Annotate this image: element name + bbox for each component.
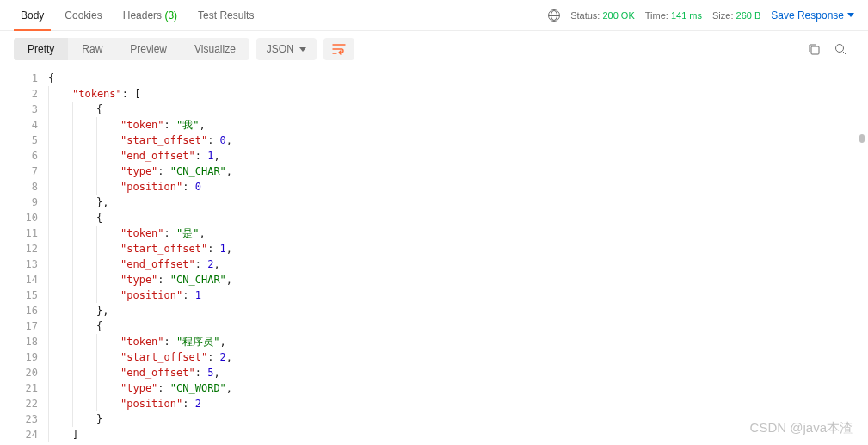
view-tab-visualize[interactable]: Visualize — [181, 38, 249, 60]
search-icon — [834, 43, 847, 56]
svg-line-2 — [843, 52, 846, 55]
status-value: 200 OK — [602, 10, 634, 21]
copy-icon — [808, 43, 821, 56]
line-number-gutter: 123456789101112131415161718192021222324 — [0, 67, 48, 437]
format-dropdown-label: JSON — [267, 43, 294, 55]
status-bar: Status: 200 OK Time: 141 ms Size: 260 B — [570, 10, 760, 21]
scrollbar-thumb[interactable] — [859, 134, 865, 143]
tab-headers[interactable]: Headers (3) — [116, 0, 184, 31]
wrap-lines-button[interactable] — [323, 38, 354, 60]
save-response-button[interactable]: Save Response — [771, 9, 854, 22]
response-body-editor[interactable]: 123456789101112131415161718192021222324 … — [0, 67, 868, 437]
response-tabs: Body Cookies Headers (3) Test Results St… — [0, 0, 868, 31]
svg-rect-0 — [811, 46, 819, 54]
tab-body[interactable]: Body — [14, 0, 51, 31]
size-value: 260 B — [736, 10, 761, 21]
time-label: Time: — [645, 10, 668, 21]
globe-icon[interactable] — [548, 9, 560, 22]
response-toolbar: Pretty Raw Preview Visualize JSON — [0, 31, 868, 67]
view-mode-tabs: Pretty Raw Preview Visualize — [14, 38, 249, 60]
format-dropdown[interactable]: JSON — [256, 38, 317, 60]
time-value: 141 ms — [671, 10, 702, 21]
chevron-down-icon — [847, 13, 854, 17]
wrap-icon — [332, 43, 346, 55]
copy-button[interactable] — [808, 43, 821, 56]
size-label: Size: — [712, 10, 733, 21]
code-content[interactable]: {"tokens": [{"token": "我","start_offset"… — [48, 67, 868, 437]
view-tab-preview[interactable]: Preview — [116, 38, 181, 60]
view-tab-pretty[interactable]: Pretty — [14, 38, 68, 60]
chevron-down-icon — [299, 47, 306, 52]
status-label: Status: — [570, 10, 600, 21]
tab-cookies[interactable]: Cookies — [58, 0, 108, 31]
save-response-label: Save Response — [771, 9, 844, 22]
search-button[interactable] — [834, 43, 847, 56]
tab-headers-count: (3) — [164, 9, 177, 22]
svg-point-1 — [836, 44, 844, 52]
tab-headers-label: Headers — [123, 9, 162, 22]
view-tab-raw[interactable]: Raw — [68, 38, 116, 60]
tab-test-results[interactable]: Test Results — [191, 0, 261, 31]
